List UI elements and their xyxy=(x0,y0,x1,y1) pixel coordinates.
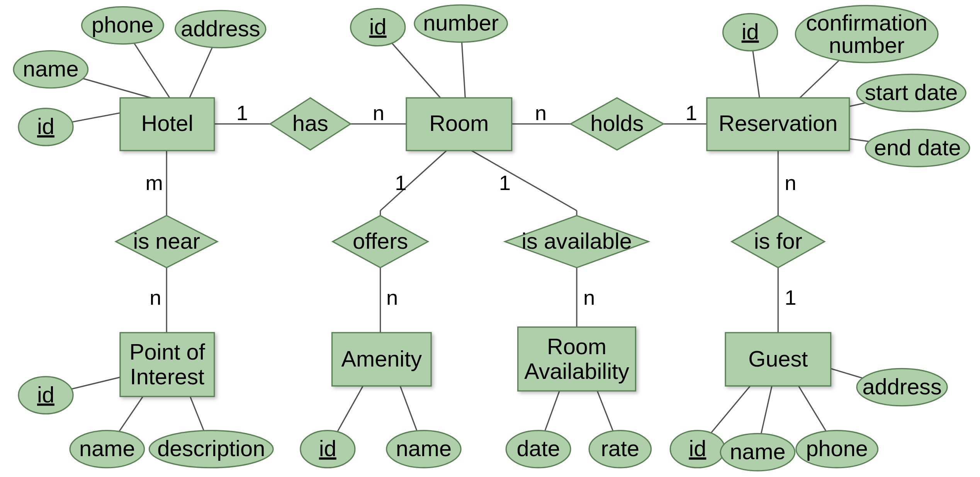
attr-amenity-id-label: id xyxy=(319,436,336,461)
attr-hotel-phone-label: phone xyxy=(92,12,154,37)
entity-guest: Guest xyxy=(725,333,831,386)
attr-reservation-confirmation-label-1: confirmation xyxy=(806,10,927,35)
attr-room-id: id xyxy=(351,8,405,46)
entity-room: Room xyxy=(406,98,512,150)
entity-poi-label-1: Point of xyxy=(129,340,206,364)
entity-guest-label: Guest xyxy=(748,346,808,371)
entity-amenity: Amenity xyxy=(332,333,431,386)
attr-reservation-id: id xyxy=(723,14,778,51)
attr-hotel-name: name xyxy=(14,51,88,88)
attr-room-id-label: id xyxy=(369,14,387,39)
rel-isfor: is for xyxy=(732,216,825,268)
attr-reservation-end-label: end date xyxy=(874,135,961,160)
attr-hotel-id-label: id xyxy=(37,114,54,139)
attr-hotel-phone: phone xyxy=(82,7,164,44)
entity-reservation: Reservation xyxy=(707,98,849,150)
entity-roomavail: Room Availability xyxy=(518,327,636,391)
card-holds-left: n xyxy=(535,101,547,125)
rel-isavail-label: is available xyxy=(521,229,632,253)
card-offers-bottom: n xyxy=(386,286,398,309)
rel-isfor-label: is for xyxy=(754,229,802,253)
attr-roomavail-rate-label: rate xyxy=(601,436,640,461)
attr-room-number: number xyxy=(414,5,508,42)
edge xyxy=(471,151,577,211)
entity-hotel-label: Hotel xyxy=(141,111,193,136)
attr-guest-id: id xyxy=(670,431,725,468)
attr-hotel-id: id xyxy=(19,109,73,146)
rel-holds: holds xyxy=(571,98,664,150)
attr-guest-phone-label: phone xyxy=(806,436,868,461)
card-isfor-top: n xyxy=(785,171,796,195)
rel-has-label: has xyxy=(292,111,328,136)
attr-roomavail-rate: rate xyxy=(589,431,651,468)
card-offers-top: 1 xyxy=(395,171,406,195)
card-has-left: 1 xyxy=(236,101,248,125)
attr-reservation-confirmation: confirmation number xyxy=(795,5,938,63)
attr-roomavail-date-label: date xyxy=(516,436,560,461)
attr-reservation-confirmation-label-2: number xyxy=(829,33,905,58)
attr-poi-id-label: id xyxy=(37,382,54,407)
entity-poi-label-2: Interest xyxy=(130,364,205,389)
rel-offers-label: offers xyxy=(353,229,408,253)
attr-amenity-name-label: name xyxy=(396,436,452,461)
rel-offers: offers xyxy=(333,216,428,268)
attr-roomavail-date: date xyxy=(506,431,571,468)
entity-amenity-label: Amenity xyxy=(341,346,422,371)
attr-reservation-id-label: id xyxy=(742,19,759,44)
attr-reservation-start-label: start date xyxy=(865,80,958,105)
entity-roomavail-label-2: Availability xyxy=(524,359,629,384)
entity-reservation-label: Reservation xyxy=(718,111,837,136)
card-isnear-bottom: n xyxy=(149,286,161,309)
entity-poi: Point of Interest xyxy=(120,333,214,396)
attr-hotel-address: address xyxy=(175,10,266,48)
attr-guest-phone: phone xyxy=(796,431,878,468)
attr-guest-name: name xyxy=(720,434,795,471)
rel-isnear: is near xyxy=(116,216,217,268)
rel-holds-label: holds xyxy=(590,111,644,136)
attr-hotel-name-label: name xyxy=(23,56,78,81)
rel-isnear-label: is near xyxy=(133,229,200,253)
rel-isavail: is available xyxy=(505,216,649,268)
card-holds-right: 1 xyxy=(686,101,697,125)
attr-guest-address-label: address xyxy=(862,374,941,399)
card-isfor-bottom: 1 xyxy=(785,286,796,309)
attr-poi-description: description xyxy=(149,431,273,468)
entity-roomavail-label-1: Room xyxy=(547,334,606,359)
entity-hotel: Hotel xyxy=(120,98,214,150)
attr-room-number-label: number xyxy=(423,10,499,35)
attr-guest-address: address xyxy=(857,368,947,406)
attr-poi-name: name xyxy=(70,431,144,468)
attr-reservation-start: start date xyxy=(857,74,966,111)
attr-poi-id: id xyxy=(19,377,73,414)
edge xyxy=(380,151,447,211)
attr-guest-id-label: id xyxy=(689,436,706,461)
card-has-right: n xyxy=(373,101,384,125)
attr-reservation-end: end date xyxy=(865,129,969,166)
rel-has: has xyxy=(270,98,351,150)
card-isavail-top: 1 xyxy=(499,171,511,195)
attr-amenity-name: name xyxy=(387,431,461,468)
attr-poi-name-label: name xyxy=(79,436,135,461)
attr-amenity-id: id xyxy=(301,431,355,468)
er-diagram: Hotel Room Reservation Point of Interest… xyxy=(0,0,980,477)
attr-poi-description-label: description xyxy=(157,436,265,461)
card-isavail-bottom: n xyxy=(583,286,595,309)
attr-guest-name-label: name xyxy=(730,439,785,464)
card-isnear-top: m xyxy=(145,171,163,195)
attr-hotel-address-label: address xyxy=(181,16,260,41)
entity-room-label: Room xyxy=(429,111,489,136)
